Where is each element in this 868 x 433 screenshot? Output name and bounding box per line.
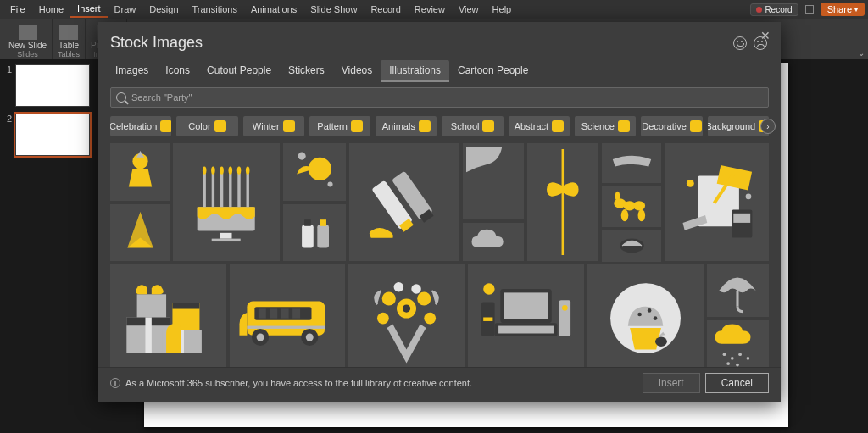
illus-umbrella[interactable] [707,264,769,317]
svg-point-62 [382,292,396,306]
svg-point-32 [637,209,645,221]
share-button[interactable]: Share [821,3,865,16]
svg-point-15 [246,167,250,175]
svg-point-75 [562,305,568,311]
feedback-sad-icon[interactable] [754,36,767,50]
svg-point-13 [229,167,233,175]
tab-cartoon-people[interactable]: Cartoon People [449,60,537,82]
menu-view[interactable]: View [452,2,486,17]
menu-file[interactable]: File [3,2,32,17]
svg-point-11 [211,167,215,175]
svg-rect-6 [220,173,223,207]
slide-thumbnails: 1 2 [0,59,93,433]
menu-home[interactable]: Home [32,2,70,17]
svg-point-86 [747,357,750,360]
ribbon-label: New Slide [8,41,47,50]
illus-paint-bottles[interactable] [283,204,346,262]
illus-cupcake[interactable] [587,264,704,367]
menu-help[interactable]: Help [486,2,519,17]
illus-paint-tubes[interactable] [349,143,459,261]
illus-tree[interactable] [110,204,170,262]
svg-point-88 [736,364,739,367]
menu-record[interactable]: Record [364,2,407,17]
search-input[interactable]: Search "Party" [110,87,769,108]
menu-review[interactable]: Review [408,2,452,17]
illus-shell[interactable] [602,230,661,263]
svg-point-87 [727,362,731,365]
cat-celebration[interactable]: Celebration [110,116,171,136]
ribbon-sub: Slides [17,50,38,58]
menu-animations[interactable]: Animations [244,2,303,17]
svg-rect-69 [504,293,548,319]
cat-pattern[interactable]: Pattern [309,116,370,136]
svg-rect-48 [136,295,165,318]
insert-button[interactable]: Insert [643,373,700,393]
illus-flower-bouquet[interactable] [348,264,465,367]
cat-abstract[interactable]: Abstract [509,116,570,136]
illus-school-supplies[interactable] [665,143,769,261]
menu-design[interactable]: Design [142,2,185,17]
svg-point-80 [654,317,658,321]
svg-point-79 [648,308,652,313]
illus-school-bus[interactable] [230,264,346,367]
menu-slideshow[interactable]: Slide Show [303,2,364,17]
svg-rect-73 [483,318,492,321]
category-scroll-right[interactable]: › [760,119,776,134]
illus-party-figure[interactable] [110,143,170,201]
illus-balloon-dog[interactable] [602,186,661,226]
ribbon-sub: Tables [58,50,80,58]
illus-laptop-desk[interactable] [468,264,584,367]
record-dot-icon [756,7,762,13]
record-button[interactable]: Record [750,3,798,16]
menu-draw[interactable]: Draw [108,2,143,17]
cat-decorative[interactable]: Decorative [641,116,702,136]
category-chips: Celebration Color Winter Pattern Animals… [98,113,781,136]
table-icon [59,25,78,40]
ribbon-table[interactable]: Table Tables [53,19,86,59]
footer-message: As a Microsoft 365 subscriber, you have … [125,378,637,388]
svg-point-65 [425,313,437,325]
slide-thumb-2[interactable] [15,114,90,156]
cat-color[interactable]: Color [176,116,237,136]
illus-rain-cloud[interactable] [707,320,769,367]
svg-rect-22 [320,219,326,226]
tab-illustrations[interactable]: Illustrations [381,60,449,82]
svg-point-84 [731,357,734,360]
cancel-button[interactable]: Cancel [705,373,769,393]
svg-rect-21 [317,225,329,247]
menu-insert[interactable]: Insert [70,1,108,18]
feedback-happy-icon[interactable] [733,36,747,50]
illus-brush-stroke[interactable] [602,143,661,183]
svg-rect-7 [229,173,231,207]
menu-transitions[interactable]: Transitions [186,2,244,17]
illus-color-splash[interactable] [283,143,346,201]
svg-point-30 [632,201,644,210]
window-mode-icon[interactable] [805,5,814,14]
illus-cloud-corner[interactable] [463,143,524,219]
illustration-grid [98,136,781,367]
tab-images[interactable]: Images [107,60,157,82]
svg-point-56 [256,334,264,341]
illus-gift-ribbon[interactable] [527,143,598,261]
illus-birthday-cake[interactable] [173,143,280,261]
cat-animals[interactable]: Animals [376,116,437,136]
cat-science[interactable]: Science [575,116,636,136]
modal-title: Stock Images [110,34,733,52]
ribbon-collapse-icon[interactable]: ⌄ [858,48,865,58]
illus-gift-boxes[interactable] [110,264,226,367]
illus-cloud[interactable] [463,223,524,261]
cat-school[interactable]: School [442,116,503,136]
svg-point-14 [237,167,242,175]
svg-rect-71 [498,326,554,334]
svg-point-67 [412,285,422,295]
tab-icons[interactable]: Icons [157,60,198,82]
svg-rect-4 [203,173,206,207]
svg-point-33 [615,191,620,200]
tab-cutout-people[interactable]: Cutout People [198,60,280,82]
modal-tabs: Images Icons Cutout People Stickers Vide… [98,55,781,82]
tab-stickers[interactable]: Stickers [280,60,333,82]
slide-thumb-1[interactable] [15,64,90,107]
ribbon-new-slide[interactable]: New Slide Slides [3,19,53,59]
tab-videos[interactable]: Videos [333,60,381,82]
cat-winter[interactable]: Winter [243,116,304,136]
